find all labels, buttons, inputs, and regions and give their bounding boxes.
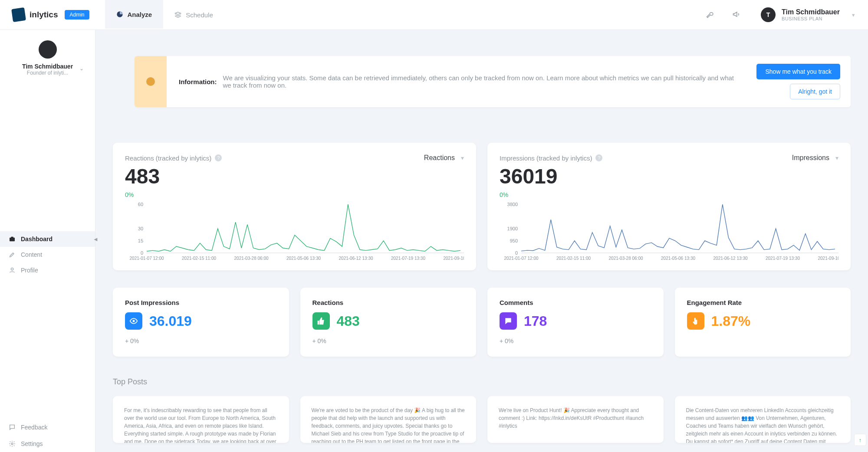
content-icon <box>9 251 16 258</box>
stat-impressions-change: + 0% <box>125 337 277 344</box>
stat-reactions-value: 483 <box>337 313 360 329</box>
svg-text:2021-02-15 11:00: 2021-02-15 11:00 <box>556 256 591 261</box>
nav-feedback-label: Feedback <box>21 424 47 431</box>
svg-text:15: 15 <box>138 238 143 243</box>
svg-text:0: 0 <box>515 250 518 255</box>
chevron-down-icon: ▾ <box>852 12 855 18</box>
user-menu[interactable]: T Tim Schmidbauer BUSINESS PLAN ▾ <box>761 7 855 22</box>
dashboard-icon <box>9 236 16 242</box>
user-name: Tim Schmidbauer <box>782 8 840 16</box>
svg-text:2021-05-06 13:30: 2021-05-06 13:30 <box>661 256 695 261</box>
impressions-chart: 095019003800 2021-01-07 12:002021-02-15 … <box>500 201 838 262</box>
svg-text:1900: 1900 <box>507 226 518 231</box>
reactions-chart: 0153060 2021-01-07 12:002021-02-15 11:00… <box>125 201 464 262</box>
chat-icon <box>9 424 16 431</box>
tab-schedule[interactable]: Schedule <box>163 0 224 29</box>
top-posts-title: Top Posts <box>113 377 851 386</box>
tab-analyze[interactable]: Analyze <box>105 0 164 29</box>
svg-point-3 <box>11 268 13 270</box>
stat-engagement-label: Engagement Rate <box>687 299 839 306</box>
reactions-metric-select[interactable]: Reactions <box>424 154 455 162</box>
nav-content[interactable]: Content <box>0 247 95 262</box>
user-plan: BUSINESS PLAN <box>782 16 840 21</box>
svg-text:60: 60 <box>138 202 143 207</box>
nav-content-label: Content <box>21 251 42 258</box>
profile-icon <box>9 267 16 274</box>
svg-text:2021-03-28 06:00: 2021-03-28 06:00 <box>234 256 269 261</box>
nav-settings-label: Settings <box>21 440 43 447</box>
topbar: inlytics Admin Analyze Schedule T Tim Sc… <box>0 0 868 30</box>
svg-text:2021-05-06 13:30: 2021-05-06 13:30 <box>286 256 321 261</box>
stat-comments-change: + 0% <box>500 337 651 344</box>
stat-impressions: Post Impressions 36.019 + 0% <box>113 288 289 357</box>
svg-text:2021-07-19 13:30: 2021-07-19 13:30 <box>766 256 800 261</box>
analyze-icon <box>116 11 123 18</box>
nav-profile[interactable]: Profile <box>0 262 95 278</box>
stat-impressions-label: Post Impressions <box>125 299 277 306</box>
stat-comments-label: Comments <box>500 299 651 306</box>
svg-text:2021-02-15 11:00: 2021-02-15 11:00 <box>182 256 216 261</box>
nav-list: Dashboard Content Profile <box>0 231 95 278</box>
post-card[interactable]: We're are voted to be the product of the… <box>300 396 477 443</box>
eye-icon <box>125 312 142 330</box>
nav-dashboard[interactable]: Dashboard <box>0 231 95 247</box>
nav-feedback[interactable]: Feedback <box>0 419 95 436</box>
svg-text:2021-03-28 06:00: 2021-03-28 06:00 <box>609 256 643 261</box>
stat-impressions-value: 36.019 <box>149 313 192 329</box>
nav-tabs: Analyze Schedule <box>105 0 224 29</box>
stat-comments-value: 178 <box>524 313 547 329</box>
svg-point-29 <box>133 320 135 322</box>
banner-text: We are visualizing your stats. Some data… <box>223 74 734 89</box>
profile-block[interactable]: Tim Schmidbauer Founder of inlyti... ⌄ <box>0 30 95 84</box>
post-card[interactable]: For me, it's indescribably rewarding to … <box>113 396 289 443</box>
main-content: Information: We are visualizing your sta… <box>95 30 868 452</box>
svg-rect-1 <box>10 238 15 242</box>
help-icon[interactable]: ? <box>215 154 222 161</box>
gear-icon <box>9 440 16 447</box>
svg-text:2021-01-07 12:00: 2021-01-07 12:00 <box>504 256 539 261</box>
stat-reactions: Reactions 483 + 0% <box>300 288 477 357</box>
reactions-chart-card: Reactions (tracked by inlytics) ? Reacti… <box>113 143 476 270</box>
top-posts-row: For me, it's indescribably rewarding to … <box>113 396 851 443</box>
svg-text:0: 0 <box>141 250 143 255</box>
nav-settings[interactable]: Settings <box>0 436 95 452</box>
thumbs-up-icon <box>312 312 330 330</box>
brand-logo-icon <box>11 7 26 22</box>
dismiss-banner-button[interactable]: Alright, got it <box>790 84 840 99</box>
sidebar: Tim Schmidbauer Founder of inlyti... ⌄ D… <box>0 30 95 452</box>
reactions-total: 483 <box>125 166 464 187</box>
banner-accent <box>135 56 167 107</box>
impressions-chart-card: Impressions (tracked by inlytics) ? Impr… <box>487 143 851 270</box>
post-card[interactable]: Die Content-Daten von mehreren LinkedIn … <box>675 396 851 443</box>
banner-label: Information: <box>179 78 217 85</box>
sidebar-footer: Feedback Settings <box>0 419 95 452</box>
scroll-top-button[interactable]: ↑ <box>854 434 866 446</box>
profile-subtitle: Founder of inlyti... <box>9 70 86 76</box>
hand-icon <box>687 312 704 330</box>
brand[interactable]: inlytics <box>12 8 58 21</box>
svg-text:2021-06-12 13:30: 2021-06-12 13:30 <box>339 256 373 261</box>
info-banner: Information: We are visualizing your sta… <box>135 56 851 107</box>
tab-analyze-label: Analyze <box>128 11 152 18</box>
topbar-actions <box>706 10 741 20</box>
svg-rect-2 <box>11 237 13 238</box>
brand-name: inlytics <box>30 10 58 20</box>
megaphone-icon[interactable] <box>732 10 741 20</box>
reactions-chart-title: Reactions (tracked by inlytics) ? <box>125 154 222 162</box>
impressions-metric-select[interactable]: Impressions <box>792 154 829 162</box>
post-card[interactable]: We're live on Product Hunt! 🎉 Appreciate… <box>487 396 664 443</box>
stat-engagement: Engagement Rate 1.87% <box>675 288 851 357</box>
stat-comments: Comments 178 + 0% <box>487 288 664 357</box>
chevron-down-icon[interactable]: ▾ <box>835 154 838 161</box>
admin-badge[interactable]: Admin <box>65 10 89 20</box>
avatar: T <box>761 7 776 22</box>
key-icon[interactable] <box>706 10 715 20</box>
chevron-down-icon[interactable]: ▾ <box>461 154 464 161</box>
info-icon <box>146 77 155 86</box>
show-tracking-button[interactable]: Show me what you track <box>756 64 840 79</box>
svg-text:30: 30 <box>138 226 143 231</box>
reactions-change: 0% <box>125 191 464 198</box>
help-icon[interactable]: ? <box>595 154 602 161</box>
svg-text:2021-01-07 12:00: 2021-01-07 12:00 <box>130 256 164 261</box>
svg-text:3800: 3800 <box>507 202 518 207</box>
